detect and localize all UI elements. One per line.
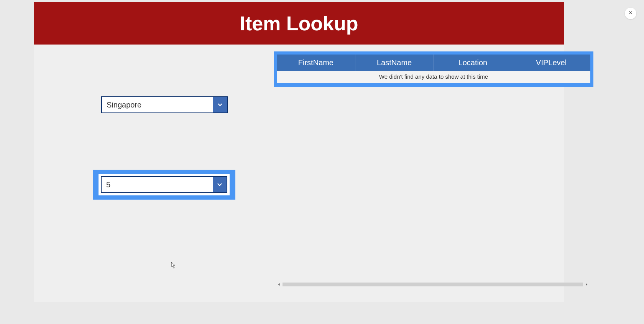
chevron-down-icon bbox=[213, 97, 227, 112]
vip-dropdown-value: 5 bbox=[102, 177, 213, 192]
location-dropdown[interactable]: Singapore bbox=[101, 96, 228, 113]
column-header-viplevel[interactable]: VIPLevel bbox=[512, 55, 590, 71]
svg-marker-1 bbox=[586, 283, 587, 286]
vip-dropdown[interactable]: 5 bbox=[101, 176, 227, 193]
header-bar: Item Lookup bbox=[34, 2, 564, 45]
column-header-firstname[interactable]: FirstName bbox=[277, 55, 355, 71]
mouse-cursor-icon bbox=[171, 262, 176, 269]
page-title: Item Lookup bbox=[240, 12, 358, 35]
vip-dropdown-highlight: 5 bbox=[93, 170, 235, 200]
column-header-location[interactable]: Location bbox=[434, 55, 513, 71]
scroll-right-arrow-icon[interactable] bbox=[585, 283, 588, 286]
svg-marker-0 bbox=[278, 283, 280, 286]
scroll-left-arrow-icon[interactable] bbox=[277, 283, 281, 286]
close-icon bbox=[628, 10, 633, 17]
horizontal-scrollbar[interactable] bbox=[277, 282, 588, 287]
chevron-down-icon bbox=[213, 177, 227, 192]
close-button[interactable] bbox=[625, 8, 636, 19]
table-header-row: FirstName LastName Location VIPLevel bbox=[277, 55, 590, 71]
vip-dropdown-frame: 5 bbox=[99, 174, 230, 195]
results-table: FirstName LastName Location VIPLevel We … bbox=[277, 55, 590, 83]
column-header-lastname[interactable]: LastName bbox=[355, 55, 434, 71]
item-lookup-panel: Item Lookup Singapore 5 FirstName LastNa… bbox=[34, 2, 564, 302]
table-empty-message: We didn't find any data to show at this … bbox=[277, 71, 590, 83]
results-table-highlight: FirstName LastName Location VIPLevel We … bbox=[274, 51, 593, 87]
scrollbar-track[interactable] bbox=[283, 283, 583, 286]
location-dropdown-value: Singapore bbox=[102, 97, 213, 112]
